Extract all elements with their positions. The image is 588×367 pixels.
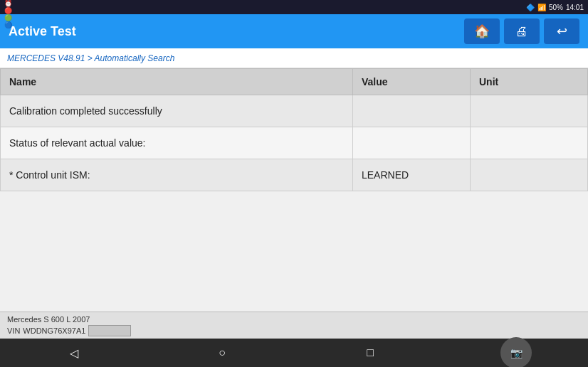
column-header-unit: Unit — [471, 69, 588, 95]
camera-button[interactable]: 📷 — [500, 337, 532, 367]
table-row: Calibration completed successfully — [1, 95, 588, 127]
page-title: Active Test — [9, 24, 76, 39]
breadcrumb: MERCEDES V48.91 > Automatically Search — [0, 48, 588, 68]
camera-icon: 📷 — [510, 347, 523, 358]
vin-box — [88, 325, 131, 336]
home-button[interactable]: 🏠 — [464, 18, 500, 44]
cell-name: Status of relevant actual value: — [1, 127, 353, 159]
print-button[interactable]: 🖨 — [504, 18, 540, 44]
cell-name: * Control unit ISM: — [1, 159, 353, 191]
signal-icon: 📶 — [537, 4, 546, 11]
status-bar-left: ▶ ⏸ ⏰ 🔴 🟢 🔵 — [4, 2, 14, 12]
table-row: * Control unit ISM:LEARNED — [1, 159, 588, 191]
cell-unit — [471, 127, 588, 159]
header-buttons: 🏠 🖨 ↩ — [464, 18, 579, 44]
vin-label: VIN — [7, 326, 20, 335]
car-model: Mercedes S 600 L 2007 — [7, 315, 581, 324]
battery-label: 50% — [549, 4, 563, 11]
vin-value: WDDNG76X97A1 — [23, 326, 85, 335]
home-nav-button[interactable]: ○ — [204, 340, 240, 366]
column-header-value: Value — [353, 69, 471, 95]
footer: Mercedes S 600 L 2007 VIN WDDNG76X97A1 — [0, 312, 588, 339]
recent-button[interactable]: □ — [352, 340, 388, 366]
time-label: 14:01 — [566, 4, 584, 11]
back-button[interactable]: ◁ — [56, 340, 92, 366]
table-row: Status of relevant actual value: — [1, 127, 588, 159]
cell-name: Calibration completed successfully — [1, 95, 353, 127]
app-icons: ▶ ⏸ ⏰ 🔴 🟢 🔵 — [4, 2, 14, 12]
table-header-row: Name Value Unit — [1, 69, 588, 95]
cell-unit — [471, 95, 588, 127]
data-table: Name Value Unit Calibration completed su… — [0, 68, 588, 191]
header: Active Test 🏠 🖨 ↩ — [0, 14, 588, 48]
exit-button[interactable]: ↩ — [544, 18, 579, 44]
cell-value — [353, 95, 471, 127]
nav-bar: ◁ ○ □ 📷 — [0, 339, 588, 367]
bluetooth-icon: 🔷 — [526, 4, 535, 11]
status-bar-right: 🔷 📶 50% 14:01 — [526, 4, 584, 11]
status-bar: ▶ ⏸ ⏰ 🔴 🟢 🔵 🔷 📶 50% 14:01 — [0, 0, 588, 14]
column-header-name: Name — [1, 69, 353, 95]
breadcrumb-text: MERCEDES V48.91 > Automatically Search — [7, 53, 174, 63]
cell-value — [353, 127, 471, 159]
cell-value: LEARNED — [353, 159, 471, 191]
cell-unit — [471, 159, 588, 191]
